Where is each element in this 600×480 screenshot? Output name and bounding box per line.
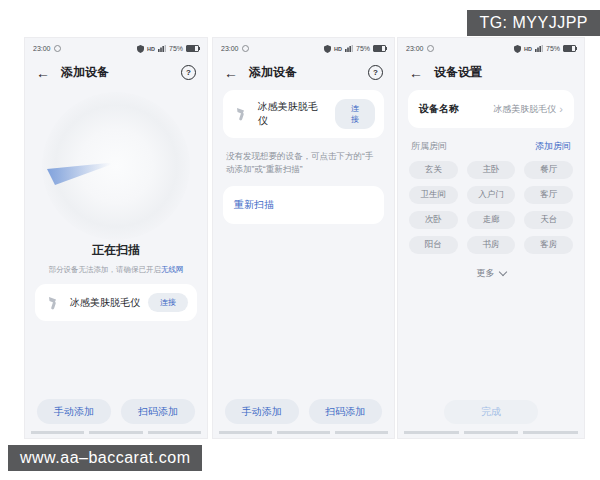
page-title: 添加设备 (249, 64, 297, 81)
room-chip-corridor[interactable]: 走廊 (467, 211, 516, 229)
add-room-button[interactable]: 添加房间 (535, 140, 571, 153)
shield-icon (324, 45, 331, 53)
shield-icon (137, 45, 144, 53)
help-icon[interactable]: ? (181, 65, 196, 80)
battery-icon (373, 45, 386, 52)
screen-device-settings: 23:00 HD 75% ← 设备设置 设备名称 冰感美肤脱毛仪 › 所属房间 (398, 38, 584, 438)
android-nav-bar[interactable] (398, 424, 584, 438)
room-section-header: 所属房间 添加房间 (398, 128, 584, 161)
hd-icon: HD (334, 46, 342, 52)
watermark-bottom-badge: www.aa–baccarat.com (8, 445, 202, 471)
connect-button[interactable]: 连接 (335, 99, 375, 129)
back-icon[interactable]: ← (36, 66, 50, 80)
wifi-link[interactable]: 无线网 (161, 265, 184, 274)
back-icon[interactable]: ← (409, 66, 423, 80)
scanning-hint: 部分设备无法添加，请确保已开启无线网 (31, 265, 201, 275)
help-icon[interactable]: ? (368, 65, 383, 80)
shield-icon (514, 45, 521, 53)
scan-code-add-button[interactable]: 扫码添加 (309, 399, 383, 424)
room-chip-bathroom[interactable]: 卫生间 (409, 186, 458, 204)
battery-icon (186, 45, 199, 52)
signal-icon (158, 45, 166, 52)
device-icon (44, 294, 62, 312)
status-bar: 23:00 HD 75% (398, 38, 584, 55)
room-grid: 玄关 主卧 餐厅 卫生间 入户门 客厅 次卧 走廊 天台 阳台 书房 客房 (398, 161, 584, 254)
hd-icon: HD (524, 46, 532, 52)
status-misc-icon (427, 45, 434, 52)
connect-button[interactable]: 连接 (148, 293, 188, 312)
room-chip-dining-room[interactable]: 餐厅 (524, 161, 573, 179)
bottom-actions: 手动添加 扫码添加 (25, 399, 207, 424)
nav-header: ← 添加设备 ? (25, 55, 207, 90)
room-chip-balcony[interactable]: 阳台 (409, 236, 458, 254)
page-title: 添加设备 (61, 64, 109, 81)
signal-icon (535, 45, 543, 52)
scan-code-add-button[interactable]: 扫码添加 (121, 399, 195, 424)
room-section-label: 所属房间 (411, 140, 447, 153)
status-bar: 23:00 HD 75% (213, 38, 394, 55)
no-device-hint: 没有发现想要的设备，可点击下方的“手动添加”或“重新扫描” (226, 150, 381, 176)
chevron-down-icon (498, 268, 506, 276)
device-name: 冰感美肤脱毛仪 (70, 296, 140, 310)
hd-icon: HD (147, 46, 155, 52)
chevron-right-icon: › (559, 104, 563, 115)
status-misc-icon (242, 45, 249, 52)
room-chip-master-bedroom[interactable]: 主卧 (467, 161, 516, 179)
back-icon[interactable]: ← (224, 66, 238, 80)
room-chip-study[interactable]: 书房 (467, 236, 516, 254)
status-time: 23:00 (33, 45, 51, 52)
manual-add-button[interactable]: 手动添加 (37, 399, 111, 424)
room-chip-entry-door[interactable]: 入户门 (467, 186, 516, 204)
scanning-status-text: 正在扫描 (25, 242, 207, 259)
room-chip-guest-room[interactable]: 客房 (524, 236, 573, 254)
status-bar: 23:00 HD 75% (25, 38, 207, 55)
device-name: 冰感美肤脱毛仪 (258, 100, 327, 128)
bottom-actions: 手动添加 扫码添加 (213, 399, 394, 424)
rescan-button[interactable]: 重新扫描 (223, 186, 384, 224)
watermark-top-badge: TG: MYYJJPP (467, 10, 600, 36)
android-nav-bar[interactable] (213, 424, 394, 438)
status-misc-icon (54, 45, 61, 52)
scanning-hint-text: 部分设备无法添加，请确保已开启 (49, 265, 162, 274)
battery-percent: 75% (356, 45, 370, 52)
device-icon (232, 105, 250, 123)
screen-add-device-scanning: 23:00 HD 75% ← 添加设备 ? (25, 38, 207, 438)
found-device-row[interactable]: 冰感美肤脱毛仪 连接 (223, 90, 384, 138)
page-title: 设备设置 (434, 64, 482, 81)
room-chip-second-bedroom[interactable]: 次卧 (409, 211, 458, 229)
battery-icon (563, 45, 576, 52)
status-time: 23:00 (221, 45, 239, 52)
screen-add-device-results: 23:00 HD 75% ← 添加设备 ? 冰感美肤脱毛仪 连接 没有发现想要的… (213, 38, 394, 438)
done-button[interactable]: 完成 (444, 400, 538, 424)
room-chip-entrance[interactable]: 玄关 (409, 161, 458, 179)
android-nav-bar[interactable] (25, 424, 207, 438)
found-device-row[interactable]: 冰感美肤脱毛仪 连接 (35, 284, 197, 321)
battery-percent: 75% (546, 45, 560, 52)
more-button[interactable]: 更多 (398, 267, 584, 280)
device-name-row[interactable]: 设备名称 冰感美肤脱毛仪 › (408, 90, 574, 128)
status-time: 23:00 (406, 45, 424, 52)
radar-scan-animation (42, 92, 190, 240)
nav-header: ← 添加设备 ? (213, 55, 394, 90)
radar-sweep-icon (42, 92, 190, 240)
nav-header: ← 设备设置 (398, 55, 584, 90)
page: TG: MYYJJPP www.aa–baccarat.com 23:00 HD… (0, 0, 600, 480)
more-label: 更多 (477, 267, 495, 280)
device-name-value: 冰感美肤脱毛仪 (493, 103, 556, 116)
device-name-label: 设备名称 (419, 102, 459, 116)
room-chip-rooftop[interactable]: 天台 (524, 211, 573, 229)
manual-add-button[interactable]: 手动添加 (225, 399, 299, 424)
signal-icon (345, 45, 353, 52)
room-chip-living-room[interactable]: 客厅 (524, 186, 573, 204)
battery-percent: 75% (169, 45, 183, 52)
